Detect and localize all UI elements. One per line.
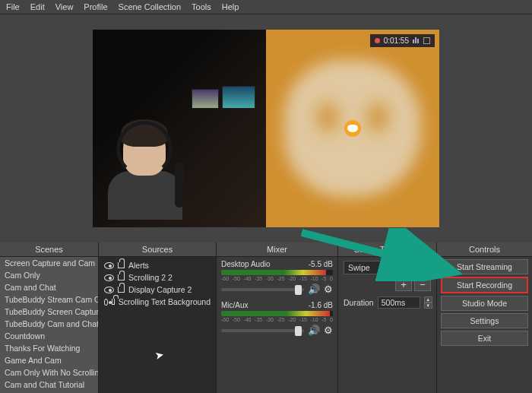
lock-icon[interactable]: [118, 274, 125, 280]
cursor-icon: ➤: [154, 348, 165, 362]
mixer-db: -5.5 dB: [309, 260, 333, 268]
webcam-source: [93, 30, 266, 227]
mixer-name: Desktop Audio: [221, 260, 271, 268]
visibility-icon[interactable]: [104, 274, 114, 281]
transition-select[interactable]: Swipe: [344, 261, 431, 274]
menu-profile[interactable]: Profile: [84, 2, 107, 11]
sources-header: Sources: [99, 242, 216, 257]
speaker-icon[interactable]: 🔊: [308, 284, 320, 295]
menu-file[interactable]: File: [6, 2, 20, 11]
source-item[interactable]: Display Capture 2: [99, 284, 216, 296]
exit-button[interactable]: Exit: [441, 331, 528, 346]
mixer-channel-mic: Mic/Aux -1.6 dB -60-50-40-35-30-25-20-15…: [221, 301, 333, 336]
meter-ticks: -60-50-40-35-30-25-20-15-10-50: [221, 317, 333, 322]
mixer-channel-desktop: Desktop Audio -5.5 dB -60-50-40-35-30-25…: [221, 260, 333, 295]
visibility-icon[interactable]: [104, 287, 114, 293]
scene-item[interactable]: TubeBuddy Cam and Chat: [0, 318, 98, 330]
scene-item[interactable]: TubeBuddy Stream Cam Only: [0, 293, 98, 306]
menu-edit[interactable]: Edit: [30, 2, 45, 11]
duration-label: Duration: [344, 298, 374, 307]
mixer-name: Mic/Aux: [221, 301, 249, 309]
scene-item[interactable]: Game And Cam: [0, 354, 98, 366]
remove-transition-button[interactable]: −: [414, 278, 431, 291]
recording-timer: 0:01:55: [384, 36, 409, 45]
scene-item[interactable]: Screen Capture and Cam: [0, 257, 98, 269]
volume-slider[interactable]: [221, 288, 304, 291]
source-label: Scrolling Text Background: [119, 297, 211, 306]
gear-icon[interactable]: ⚙: [324, 325, 333, 336]
scene-item[interactable]: Countdown: [0, 330, 98, 342]
source-label: Display Capture 2: [128, 285, 192, 294]
source-item[interactable]: Scrolling Text Background: [99, 296, 216, 308]
volume-slider[interactable]: [221, 329, 304, 332]
mixer-header: Mixer: [217, 242, 337, 257]
menu-tools[interactable]: Tools: [192, 2, 211, 11]
settings-button[interactable]: Settings: [441, 313, 528, 328]
discord-icon: [344, 120, 361, 137]
add-transition-button[interactable]: +: [395, 278, 412, 291]
speaker-icon[interactable]: 🔊: [308, 325, 320, 336]
duration-spinner[interactable]: ▲▼: [424, 296, 432, 309]
mixer-panel: Mixer Desktop Audio -5.5 dB -60-50-40-35…: [217, 242, 338, 393]
studio-mode-button[interactable]: Studio Mode: [441, 296, 528, 311]
audio-meter: [221, 270, 333, 275]
source-label: Scrolling 2 2: [128, 273, 173, 282]
mixer-db: -1.6 dB: [309, 301, 333, 309]
scene-item[interactable]: Cam and Chat Tutorial: [0, 379, 98, 391]
source-item[interactable]: Scrolling 2 2: [99, 271, 216, 284]
sources-list[interactable]: Alerts Scrolling 2 2 Display Capture 2 S…: [99, 257, 216, 393]
lock-icon[interactable]: [118, 262, 125, 268]
scene-item[interactable]: Cam Only With No Scrolling: [0, 366, 98, 379]
menu-view[interactable]: View: [55, 2, 74, 11]
scenes-panel: Scenes Screen Capture and Cam Cam Only C…: [0, 242, 99, 393]
audio-meter: [221, 311, 333, 316]
preview-canvas[interactable]: 0:01:55: [93, 30, 439, 227]
scene-item[interactable]: Cam Only: [0, 269, 98, 281]
visibility-icon[interactable]: [104, 262, 114, 269]
scenes-header: Scenes: [0, 242, 98, 257]
scene-item[interactable]: Cam and Chat: [0, 281, 98, 293]
start-streaming-button[interactable]: Start Streaming: [441, 259, 528, 274]
recording-status-overlay: 0:01:55: [370, 34, 435, 47]
source-item[interactable]: Alerts: [99, 259, 216, 271]
controls-header: Controls: [437, 242, 532, 257]
display-capture-source: 0:01:55: [266, 30, 439, 227]
source-label: Alerts: [128, 261, 149, 270]
transitions-header: Scene Transitions: [338, 242, 436, 257]
visibility-icon[interactable]: [104, 299, 108, 306]
meter-ticks: -60-50-40-35-30-25-20-15-10-50: [221, 276, 333, 281]
menu-bar: File Edit View Profile Scene Collection …: [0, 0, 532, 14]
scene-item[interactable]: Thanks For Watching: [0, 342, 98, 354]
scenes-list[interactable]: Screen Capture and Cam Cam Only Cam and …: [0, 257, 98, 393]
gear-icon[interactable]: ⚙: [324, 284, 333, 295]
lock-icon[interactable]: [112, 299, 115, 305]
controls-panel: Controls Start Streaming Start Recording…: [437, 242, 532, 393]
menu-scene-collection[interactable]: Scene Collection: [119, 2, 182, 11]
preview-area: 0:01:55: [0, 14, 532, 242]
sources-panel: Sources Alerts Scrolling 2 2 Display Cap…: [99, 242, 217, 393]
record-dot-icon: [375, 38, 380, 43]
duration-input[interactable]: [378, 296, 420, 309]
scene-item[interactable]: TubeBuddy Screen Capture and: [0, 306, 98, 318]
lock-icon[interactable]: [118, 287, 125, 293]
transitions-panel: Scene Transitions Swipe + − Duration ▲▼: [338, 242, 437, 393]
menu-help[interactable]: Help: [222, 2, 239, 11]
start-recording-button[interactable]: Start Recording: [441, 277, 528, 293]
